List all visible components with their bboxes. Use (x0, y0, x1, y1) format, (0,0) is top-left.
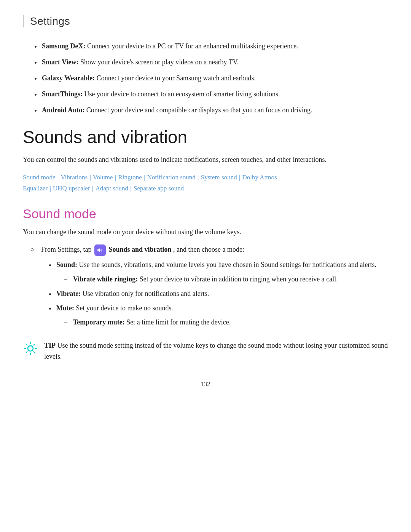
section-intro: You can control the sounds and vibration… (23, 154, 388, 165)
item-text: Set your device to make no sounds. (76, 304, 173, 312)
item-text: Use vibration only for notifications and… (83, 290, 209, 297)
circle-bullet-list: From Settings, tap Sounds and vibration … (30, 244, 388, 328)
separator: | (129, 185, 133, 192)
dash-text: Set a time limit for muting the device. (126, 318, 231, 326)
list-item: Mute: Set your device to make no sounds.… (49, 303, 388, 328)
item-text: Show your device's screen or play videos… (80, 58, 239, 66)
page: Settings Samsung DeX: Connect your devic… (0, 0, 411, 532)
subsection-heading: Sound mode (23, 206, 388, 221)
nav-link-ringtone[interactable]: Ringtone (118, 174, 142, 181)
dash-item: Temporary mute: Set a time limit for mut… (64, 317, 388, 328)
nav-link-adapt-sound[interactable]: Adapt sound (96, 185, 128, 192)
item-text: Connect your device to your Samsung watc… (97, 74, 256, 82)
nav-link-volume[interactable]: Volume (93, 174, 113, 181)
tip-icon (23, 341, 38, 356)
separator: | (113, 174, 118, 181)
dash-term: Vibrate while ringing: (73, 275, 138, 283)
term: Vibrate: (56, 290, 81, 297)
nav-links: Sound mode | Vibrations | Volume | Ringt… (23, 172, 388, 194)
nav-link-dolby-atmos[interactable]: Dolby Atmos (242, 174, 277, 181)
dash-list: Temporary mute: Set a time limit for mut… (64, 317, 388, 328)
dash-list: Vibrate while ringing: Set your device t… (64, 274, 388, 285)
nav-link-separate-app-sound[interactable]: Separate app sound (134, 185, 184, 192)
term: Smart View: (42, 58, 78, 66)
tip-label: TIP (44, 342, 56, 349)
list-item: Galaxy Wearable: Connect your device to … (34, 73, 388, 84)
dash-term: Temporary mute: (73, 318, 125, 326)
separator: | (48, 185, 53, 192)
section-heading: Sounds and vibration (23, 127, 388, 147)
tip-box: TIP Use the sound mode setting instead o… (23, 340, 388, 362)
separator: | (88, 174, 92, 181)
term: SmartThings: (42, 90, 83, 98)
list-item: SmartThings: Use your device to connect … (34, 89, 388, 100)
list-item: Samsung DeX: Connect your device to a PC… (34, 41, 388, 52)
intro-bullet-list: Samsung DeX: Connect your device to a PC… (34, 41, 388, 115)
header-bar: Settings (23, 15, 388, 27)
circle-item-end: , and then choose a mode: (173, 246, 244, 253)
item-text: Use the sounds, vibrations, and volume l… (79, 261, 376, 268)
list-item: Vibrate: Use vibration only for notifica… (49, 289, 388, 299)
item-text: Connect your device and compatible car d… (86, 106, 312, 114)
svg-point-8 (28, 346, 33, 351)
separator: | (237, 174, 242, 181)
term: Android Auto: (42, 106, 84, 114)
tip-text: TIP Use the sound mode setting instead o… (44, 340, 388, 362)
item-text: Connect your device to a PC or TV for an… (87, 42, 298, 50)
term: Sound: (56, 261, 77, 268)
svg-line-7 (26, 352, 27, 353)
sound-vibration-icon (94, 244, 106, 256)
svg-line-4 (26, 344, 27, 345)
separator: | (196, 174, 201, 181)
subsection-intro: You can change the sound mode on your de… (23, 227, 388, 238)
separator: | (142, 174, 147, 181)
nav-link-equalizer[interactable]: Equalizer (23, 185, 48, 192)
nav-link-system-sound[interactable]: System sound (201, 174, 237, 181)
page-number: 132 (23, 380, 388, 388)
nav-link-vibrations[interactable]: Vibrations (61, 174, 88, 181)
svg-line-6 (34, 344, 35, 345)
nav-link-sound-mode[interactable]: Sound mode (23, 174, 55, 181)
term: Mute: (56, 304, 74, 312)
item-text: Use your device to connect to an ecosyst… (84, 90, 280, 98)
list-item: From Settings, tap Sounds and vibration … (30, 244, 388, 328)
separator: | (56, 174, 60, 181)
circle-item-text: From Settings, tap (41, 246, 93, 253)
term: Galaxy Wearable: (42, 74, 95, 82)
list-item: Sound: Use the sounds, vibrations, and v… (49, 260, 388, 285)
svg-line-5 (34, 352, 35, 353)
list-item: Smart View: Show your device's screen or… (34, 57, 388, 68)
separator: | (91, 185, 95, 192)
nav-link-notification-sound[interactable]: Notification sound (147, 174, 196, 181)
tip-body: Use the sound mode setting instead of th… (44, 342, 388, 360)
list-item: Android Auto: Connect your device and co… (34, 105, 388, 116)
dash-item: Vibrate while ringing: Set your device t… (64, 274, 388, 285)
dash-text: Set your device to vibrate in addition t… (140, 275, 338, 283)
term: Samsung DeX: (42, 42, 86, 50)
circle-item-bold: Sounds and vibration (109, 246, 172, 253)
inner-bullet-list: Sound: Use the sounds, vibrations, and v… (49, 260, 388, 328)
page-title: Settings (30, 15, 70, 27)
nav-link-uhq-upscaler[interactable]: UHQ upscaler (53, 185, 90, 192)
